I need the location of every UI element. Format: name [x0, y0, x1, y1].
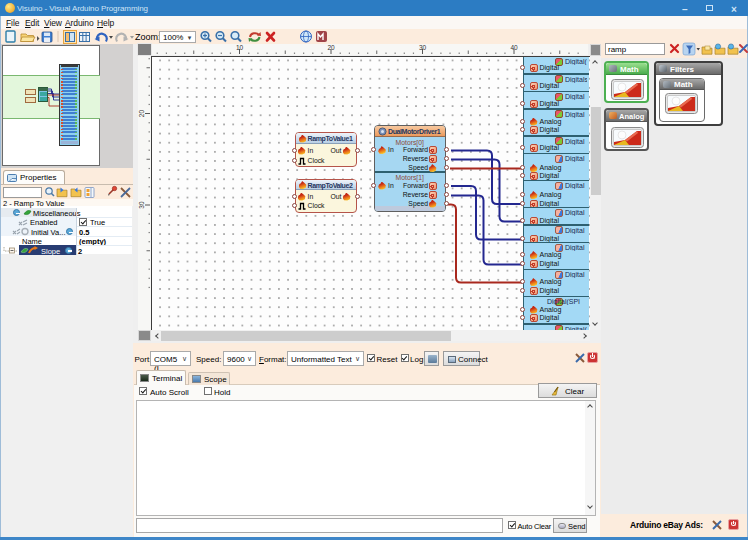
- svg-text:30: 30: [419, 44, 427, 51]
- svg-text:30: 30: [138, 201, 145, 209]
- svg-text:20: 20: [327, 44, 335, 51]
- svg-text:10: 10: [236, 44, 244, 51]
- svg-text:20: 20: [138, 110, 145, 118]
- svg-text:40: 40: [510, 44, 518, 51]
